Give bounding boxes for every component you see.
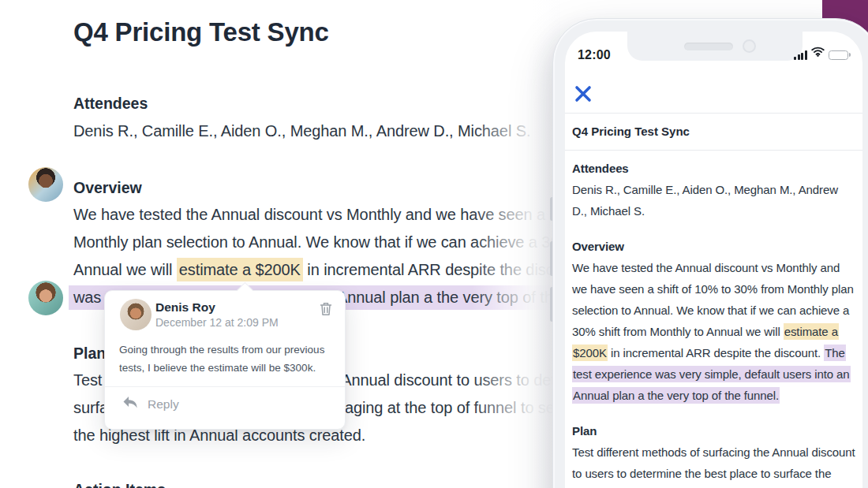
divider — [105, 386, 345, 387]
plan-heading: Plan — [73, 345, 106, 363]
wifi-icon — [811, 46, 825, 60]
phone-plan-paragraph: Test different methods of surfacing the … — [572, 441, 855, 484]
avatar[interactable] — [28, 167, 63, 202]
phone-attendees-heading: Attendees — [572, 160, 855, 177]
close-icon[interactable] — [573, 84, 593, 104]
phone-attendees-text: Denis R., Camille E., Aiden O., Meghan M… — [572, 179, 855, 222]
status-bar-icons — [794, 50, 851, 60]
document-title[interactable]: Q4 Pricing Test Sync — [73, 17, 329, 47]
reply-icon — [122, 396, 138, 412]
divider — [565, 113, 862, 114]
reply-field[interactable]: Reply — [122, 396, 179, 412]
phone-screen: 12:00 — [565, 32, 862, 488]
cellular-signal-icon — [794, 50, 807, 60]
avatar[interactable] — [28, 281, 63, 315]
reply-placeholder: Reply — [148, 397, 179, 412]
phone-speaker — [684, 43, 733, 50]
phone-plan-heading: Plan — [572, 423, 855, 440]
yellow-highlighted-text[interactable]: estimate a $200K — [177, 258, 303, 281]
phone-camera — [743, 39, 756, 53]
comment-popup: Denis Roy December 12 at 2:09 PM Going t… — [104, 290, 346, 430]
status-bar-time: 12:00 — [578, 48, 611, 62]
attendees-heading: Attendees — [73, 95, 148, 113]
phone-mockup: 12:00 — [552, 18, 868, 488]
comment-timestamp: December 12 at 2:09 PM — [155, 316, 279, 329]
attendees-text: Denis R., Camille E., Aiden O., Meghan M… — [73, 122, 530, 140]
delete-comment-icon[interactable] — [320, 302, 332, 316]
comment-body: Going through the results from our previ… — [119, 341, 324, 377]
overview-heading: Overview — [73, 179, 142, 197]
phone-notch — [627, 32, 803, 61]
battery-icon — [829, 50, 851, 61]
page: Q4 Pricing Test Sync Attendees Denis R.,… — [0, 0, 868, 488]
phone-overview-heading: Overview — [572, 238, 855, 255]
avatar[interactable] — [120, 299, 152, 330]
next-section-heading-partial: Action Items — [73, 481, 166, 488]
phone-doc-title: Q4 Pricing Test Sync — [572, 125, 690, 138]
document-fade-overlay — [472, 0, 560, 488]
phone-doc-body[interactable]: Attendees Denis R., Camille E., Aiden O.… — [572, 160, 855, 484]
overview-line3-pre: Annual we will — [73, 261, 177, 278]
phone-overview-paragraph: We have tested the Annual discount vs Mo… — [572, 257, 855, 406]
comment-author: Denis Roy — [155, 300, 215, 315]
divider — [565, 150, 862, 151]
